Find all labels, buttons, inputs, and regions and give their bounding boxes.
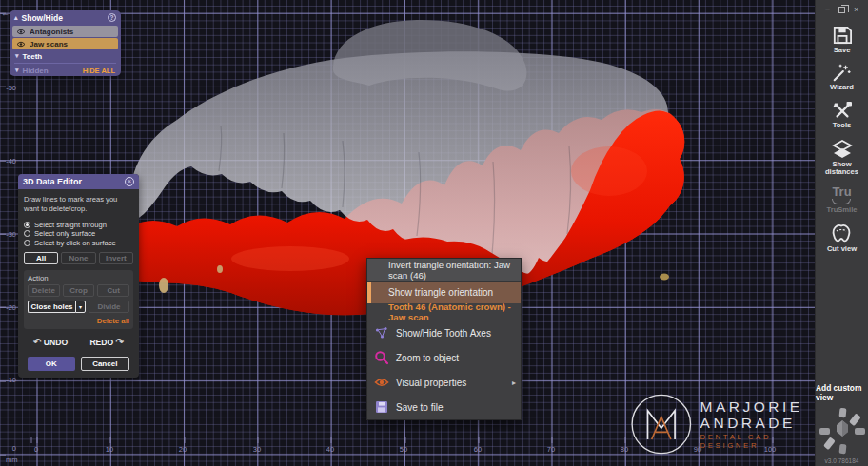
layer-row-jaw-scans[interactable]: Jaw scans	[12, 38, 118, 49]
chevron-down-icon[interactable]: ▾	[15, 52, 19, 60]
cut-view-tooth-icon	[830, 223, 853, 243]
invert-button[interactable]: Invert	[99, 252, 133, 264]
radio-label: Select only surface	[34, 229, 95, 238]
radio-label: Select by click on surface	[34, 239, 116, 247]
tools-button[interactable]: Tools	[832, 101, 853, 129]
cut-button[interactable]: Cut	[97, 284, 129, 297]
radio-icon[interactable]	[24, 222, 30, 228]
delete-all-link[interactable]: Delete all	[28, 317, 129, 325]
radio-select-straight-through[interactable]: Select straight through	[24, 221, 133, 230]
y-tick-label: -40	[1, 157, 16, 165]
cancel-button[interactable]: Cancel	[81, 357, 130, 371]
group-hidden[interactable]: ▾ Hidden HIDE ALL	[10, 65, 121, 76]
save-button[interactable]: Save	[832, 26, 853, 54]
trusmile-button[interactable]: Tru TruSmile	[826, 185, 857, 214]
divide-button[interactable]: Divide	[89, 301, 129, 313]
toolbar-label: Wizard	[830, 84, 854, 91]
editor-header[interactable]: 3D Data Editor ×	[18, 174, 139, 189]
menu-header-tooth-46: Tooth 46 (Anatomic crown) - Jaw scan	[367, 303, 521, 320]
hide-all-button[interactable]: HIDE ALL	[83, 67, 115, 75]
y-tick-label: -10	[1, 376, 16, 384]
x-tick-label: 10	[100, 445, 119, 454]
panel-title: Show/Hide	[22, 13, 108, 23]
menu-item-label: Invert triangle orientation: Jaw scan (4…	[367, 260, 521, 281]
undo-arrow-icon: ↶	[33, 337, 41, 347]
redo-arrow-icon: ↷	[116, 337, 124, 347]
x-tick-label: 20	[173, 445, 192, 454]
menu-item-save-to-file[interactable]: Save to file	[367, 395, 521, 419]
add-custom-view-button[interactable]: Add custom view	[816, 383, 868, 402]
radio-select-by-click[interactable]: Select by click on surface	[24, 239, 133, 248]
distances-icon	[831, 138, 854, 159]
undo-button[interactable]: ↶ UNDO	[33, 337, 68, 347]
context-menu: Invert triangle orientation: Jaw scan (4…	[366, 258, 522, 420]
y-tick-label: 0	[1, 444, 16, 453]
undo-label: UNDO	[44, 338, 68, 347]
action-group: Action Delete Crop Cut Close holes ▾ Div…	[24, 270, 133, 329]
none-button[interactable]: None	[61, 252, 95, 264]
x-tick-label: 80	[615, 445, 634, 454]
toolbar-label: Tools	[833, 122, 852, 129]
menu-item-label: Show triangle orientation	[367, 287, 493, 298]
x-ruler-ticks	[0, 437, 815, 443]
eye-icon[interactable]	[16, 29, 26, 35]
menu-item-visual-properties[interactable]: Visual properties ▸	[367, 370, 521, 395]
submenu-caret-icon: ▸	[512, 379, 516, 387]
action-label: Action	[28, 274, 129, 282]
application-window: 0 10 20 30 40 50 60 70 80 90 100 -50 -40…	[0, 0, 868, 466]
redo-label: REDO	[89, 338, 113, 347]
editor-description: Draw lines to mark areas you want to del…	[24, 195, 133, 215]
3d-data-editor-panel: 3D Data Editor × Draw lines to mark area…	[18, 174, 139, 378]
y-tick-label: -20	[1, 303, 16, 312]
menu-item-zoom-to-object[interactable]: Zoom to object	[367, 345, 521, 370]
ok-button[interactable]: OK	[28, 357, 75, 371]
minimize-button[interactable]: −	[825, 5, 830, 14]
x-tick-label: 50	[394, 445, 413, 454]
layer-row-antagonists[interactable]: Antagonists	[12, 26, 118, 37]
zoom-magnifier-icon	[374, 350, 389, 365]
editor-title: 3D Data Editor	[23, 177, 125, 186]
floppy-disk-icon	[832, 26, 853, 45]
tools-icon	[832, 101, 853, 120]
show-hide-header[interactable]: ▴ Show/Hide ?	[10, 10, 121, 25]
close-holes-split-button[interactable]: Close holes ▾	[28, 301, 86, 313]
radio-select-only-surface[interactable]: Select only surface	[24, 229, 133, 239]
help-icon[interactable]: ?	[108, 13, 116, 22]
collapse-chevron-icon[interactable]: ▴	[14, 14, 18, 22]
right-toolbar: − × Save Wizard	[815, 0, 868, 466]
crop-button[interactable]: Crop	[63, 284, 95, 297]
x-tick-label: 40	[321, 445, 340, 454]
view-cube-widget[interactable]	[818, 406, 867, 456]
group-teeth[interactable]: ▾ Teeth	[10, 50, 121, 62]
close-icon[interactable]: ×	[125, 177, 134, 186]
x-tick-label: 90	[688, 445, 707, 454]
cut-view-button[interactable]: Cut view	[827, 223, 857, 253]
menu-item-show-hide-tooth-axes[interactable]: Show/Hide Tooth Axes	[367, 320, 521, 345]
wizard-button[interactable]: Wizard	[830, 63, 854, 91]
trusmile-smile-arc	[832, 199, 851, 204]
chevron-down-icon[interactable]: ▾	[15, 67, 19, 74]
x-tick-label: 60	[468, 445, 487, 454]
all-button[interactable]: All	[24, 252, 58, 264]
back-arrow-icon[interactable]: ←	[1, 9, 10, 18]
magic-wand-icon	[831, 63, 852, 82]
restore-button[interactable]	[838, 7, 845, 13]
show-distances-button[interactable]: Show distances	[816, 138, 868, 177]
x-tick-label: 30	[247, 445, 266, 454]
close-window-button[interactable]: ×	[854, 5, 858, 14]
visual-properties-eye-icon	[374, 375, 389, 390]
radio-icon[interactable]	[24, 230, 30, 237]
close-holes-button[interactable]: Close holes	[28, 301, 75, 313]
toolbar-label: TruSmile	[826, 206, 857, 214]
show-hide-panel: ▴ Show/Hide ? Antagonists Jaw scans ▾ Te…	[10, 10, 121, 76]
redo-button[interactable]: REDO ↷	[89, 337, 124, 347]
menu-item-label: Save to file	[389, 402, 443, 413]
toolbar-label: Save	[834, 47, 851, 54]
divider	[14, 63, 116, 64]
close-holes-dropdown-icon[interactable]: ▾	[75, 301, 86, 313]
menu-item-invert-triangle-orientation[interactable]: Invert triangle orientation: Jaw scan (4…	[367, 259, 521, 282]
eye-icon[interactable]	[16, 41, 26, 48]
delete-button[interactable]: Delete	[28, 284, 60, 297]
x-tick-label: 70	[542, 445, 561, 454]
radio-icon[interactable]	[24, 240, 30, 246]
